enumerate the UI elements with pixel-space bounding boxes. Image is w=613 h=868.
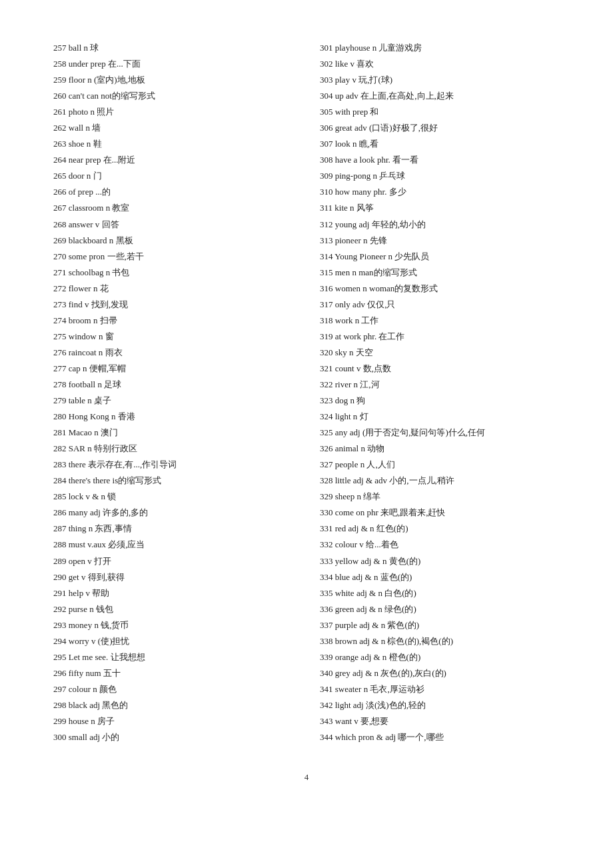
right-entry-321: 321 count v 数,点数	[320, 361, 560, 377]
left-entry-300: 300 small adj 小的	[53, 729, 293, 745]
left-entry-294: 294 worry v (使)担忧	[53, 633, 293, 649]
left-entry-273: 273 find v 找到,发现	[53, 297, 293, 313]
right-entry-340: 340 grey adj & n 灰色(的),灰白(的)	[320, 665, 560, 681]
right-entry-319: 319 at work phr. 在工作	[320, 329, 560, 345]
right-entry-330: 330 come on phr 来吧,跟着来,赶快	[320, 505, 560, 521]
left-entry-295: 295 Let me see. 让我想想	[53, 649, 293, 665]
right-entry-338: 338 brown adj & n 棕色(的),褐色(的)	[320, 633, 560, 649]
left-entry-284: 284 there's there is的缩写形式	[53, 473, 293, 489]
left-entry-288: 288 must v.aux 必须,应当	[53, 537, 293, 553]
right-entry-308: 308 have a look phr. 看一看	[320, 152, 560, 168]
right-entry-306: 306 great adv (口语)好极了,很好	[320, 120, 560, 136]
right-entry-310: 310 how many phr. 多少	[320, 184, 560, 200]
left-entry-289: 289 open v 打开	[53, 553, 293, 569]
left-entry-278: 278 football n 足球	[53, 377, 293, 393]
left-entry-274: 274 broom n 扫帚	[53, 313, 293, 329]
left-entry-270: 270 some pron 一些,若干	[53, 249, 293, 265]
right-entry-334: 334 blue adj & n 蓝色(的)	[320, 569, 560, 585]
right-entry-342: 342 light adj 淡(浅)色的,轻的	[320, 697, 560, 713]
right-entry-337: 337 purple adj & n 紫色(的)	[320, 617, 560, 633]
left-entry-258: 258 under prep 在...下面	[53, 56, 293, 72]
left-entry-292: 292 purse n 钱包	[53, 601, 293, 617]
left-entry-275: 275 window n 窗	[53, 329, 293, 345]
right-entry-313: 313 pioneer n 先锋	[320, 233, 560, 249]
left-entry-271: 271 schoolbag n 书包	[53, 265, 293, 281]
right-entry-343: 343 want v 要,想要	[320, 713, 560, 729]
left-entry-280: 280 Hong Kong n 香港	[53, 409, 293, 425]
right-entry-336: 336 green adj & n 绿色(的)	[320, 601, 560, 617]
left-entry-269: 269 blackboard n 黑板	[53, 233, 293, 249]
right-entry-320: 320 sky n 天空	[320, 345, 560, 361]
right-entry-335: 335 white adj & n 白色(的)	[320, 585, 560, 601]
right-entry-314: 314 Young Pioneer n 少先队员	[320, 249, 560, 265]
left-entry-259: 259 floor n (室内)地,地板	[53, 72, 293, 88]
left-entry-262: 262 wall n 墙	[53, 120, 293, 136]
left-entry-257: 257 ball n 球	[53, 40, 293, 56]
right-entry-325: 325 any adj (用于否定句,疑问句等)什么,任何	[320, 425, 560, 441]
right-entry-307: 307 look n 瞧,看	[320, 136, 560, 152]
right-entry-327: 327 people n 人,人们	[320, 457, 560, 473]
left-entry-268: 268 answer v 回答	[53, 217, 293, 233]
left-entry-282: 282 SAR n 特别行政区	[53, 441, 293, 457]
left-entry-298: 298 black adj 黑色的	[53, 697, 293, 713]
right-entry-339: 339 orange adj & n 橙色(的)	[320, 649, 560, 665]
left-entry-285: 285 lock v & n 锁	[53, 489, 293, 505]
left-entry-264: 264 near prep 在...附近	[53, 152, 293, 168]
page-number: 4	[53, 772, 560, 783]
left-column: 257 ball n 球258 under prep 在...下面259 flo…	[53, 40, 306, 745]
left-entry-277: 277 cap n 便帽,军帽	[53, 361, 293, 377]
left-entry-272: 272 flower n 花	[53, 281, 293, 297]
right-entry-323: 323 dog n 狗	[320, 393, 560, 409]
left-entry-267: 267 classroom n 教室	[53, 200, 293, 216]
right-entry-312: 312 young adj 年轻的,幼小的	[320, 217, 560, 233]
left-entry-281: 281 Macao n 澳门	[53, 425, 293, 441]
right-entry-341: 341 sweater n 毛衣,厚运动衫	[320, 681, 560, 697]
right-entry-301: 301 playhouse n 儿童游戏房	[320, 40, 560, 56]
left-entry-293: 293 money n 钱,货币	[53, 617, 293, 633]
right-entry-332: 332 colour v 给...着色	[320, 537, 560, 553]
right-entry-305: 305 with prep 和	[320, 104, 560, 120]
left-entry-299: 299 house n 房子	[53, 713, 293, 729]
right-entry-344: 344 which pron & adj 哪一个,哪些	[320, 729, 560, 745]
left-entry-263: 263 shoe n 鞋	[53, 136, 293, 152]
left-entry-265: 265 door n 门	[53, 168, 293, 184]
right-entry-311: 311 kite n 风筝	[320, 200, 560, 216]
right-entry-302: 302 like v 喜欢	[320, 56, 560, 72]
right-entry-322: 322 river n 江,河	[320, 377, 560, 393]
left-entry-261: 261 photo n 照片	[53, 104, 293, 120]
left-entry-291: 291 help v 帮助	[53, 585, 293, 601]
right-entry-328: 328 little adj & adv 小的,一点儿,稍许	[320, 473, 560, 489]
left-entry-279: 279 table n 桌子	[53, 393, 293, 409]
left-entry-296: 296 fifty num 五十	[53, 665, 293, 681]
left-entry-266: 266 of prep ...的	[53, 184, 293, 200]
right-entry-304: 304 up adv 在上面,在高处,向上,起来	[320, 88, 560, 104]
right-entry-324: 324 light n 灯	[320, 409, 560, 425]
right-entry-303: 303 play v 玩,打(球)	[320, 72, 560, 88]
left-entry-276: 276 raincoat n 雨衣	[53, 345, 293, 361]
right-entry-318: 318 work n 工作	[320, 313, 560, 329]
right-entry-315: 315 men n man的缩写形式	[320, 265, 560, 281]
right-entry-333: 333 yellow adj & n 黄色(的)	[320, 553, 560, 569]
main-content: 257 ball n 球258 under prep 在...下面259 flo…	[53, 40, 560, 745]
right-entry-316: 316 women n woman的复数形式	[320, 281, 560, 297]
left-entry-260: 260 can't can not的缩写形式	[53, 88, 293, 104]
right-entry-317: 317 only adv 仅仅,只	[320, 297, 560, 313]
right-entry-326: 326 animal n 动物	[320, 441, 560, 457]
left-entry-297: 297 colour n 颜色	[53, 681, 293, 697]
left-entry-290: 290 get v 得到,获得	[53, 569, 293, 585]
left-entry-286: 286 many adj 许多的,多的	[53, 505, 293, 521]
right-column: 301 playhouse n 儿童游戏房302 like v 喜欢303 pl…	[306, 40, 560, 745]
right-entry-309: 309 ping-pong n 乒乓球	[320, 168, 560, 184]
right-entry-329: 329 sheep n 绵羊	[320, 489, 560, 505]
right-entry-331: 331 red adj & n 红色(的)	[320, 521, 560, 537]
left-entry-287: 287 thing n 东西,事情	[53, 521, 293, 537]
left-entry-283: 283 there 表示存在,有...,作引导词	[53, 457, 293, 473]
